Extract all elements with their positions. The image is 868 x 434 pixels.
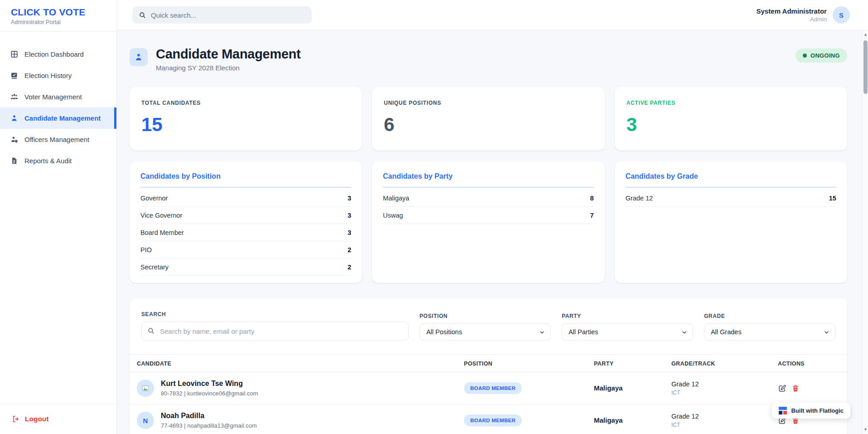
scroll-down-arrow-icon[interactable]: ▼ — [863, 428, 868, 432]
broken-image-icon — [141, 384, 149, 392]
breakdown-by-grade: Candidates by Grade Grade 12 15 — [615, 161, 847, 283]
breakdown-value: 3 — [347, 212, 351, 219]
breakdown-value: 2 — [347, 246, 351, 254]
filter-grade: GRADE All Grades — [704, 313, 835, 341]
page-header: Candidate Management Managing SY 2028 El… — [130, 47, 847, 72]
candidate-contact: 77-4693 | noahpadilla13@gmail.com — [161, 422, 257, 429]
position-badge: BOARD MEMBER — [464, 382, 522, 394]
delete-icon[interactable] — [791, 384, 800, 393]
table-header-row: CANDIDATE POSITION PARTY GRADE/TRACK ACT… — [130, 355, 847, 372]
quick-search-input[interactable] — [151, 11, 305, 19]
sidebar-item-election-dashboard[interactable]: Election Dashboard — [0, 44, 116, 65]
breakdown-label: PIO — [140, 246, 152, 254]
people-group-icon — [10, 93, 19, 101]
main-area: System Administrator Admin S Candidate M… — [117, 0, 868, 434]
track-value: ICT — [671, 422, 763, 428]
filter-party: PARTY All Parties — [562, 313, 693, 341]
breakdown-list: Grade 12 15 — [615, 188, 847, 207]
user-avatar[interactable]: S — [833, 6, 850, 24]
breakdown-list: Maligaya 8 Uswag 7 — [372, 188, 604, 224]
sidebar-item-candidate-management[interactable]: Candidate Management — [0, 107, 116, 129]
breakdown-value: 7 — [590, 212, 594, 219]
breakdown-title: Candidates by Position — [140, 172, 351, 188]
topbar: System Administrator Admin S — [117, 0, 868, 30]
track-value: ICT — [671, 390, 763, 396]
party-select[interactable]: All Parties — [562, 323, 693, 341]
breakdown-value: 8 — [590, 195, 594, 202]
page-title: Candidate Management — [156, 47, 301, 62]
page-subtitle: Managing SY 2028 Election — [156, 64, 301, 72]
stat-card-unique-positions: UNIQUE POSITIONS 6 — [372, 87, 604, 151]
table-row: Kurt Leovince Tse Wing 80-7832 | kurtleo… — [130, 372, 847, 405]
select-value: All Grades — [711, 328, 742, 336]
scroll-up-arrow-icon[interactable]: ▲ — [863, 33, 868, 37]
page-titles: Candidate Management Managing SY 2028 El… — [156, 47, 301, 72]
grade-select[interactable]: All Grades — [704, 323, 835, 341]
logout-button[interactable]: Logout — [12, 415, 105, 423]
position-badge: BOARD MEMBER — [464, 414, 522, 426]
sidebar-item-label: Candidate Management — [24, 114, 101, 122]
breakdown-item: PIO 2 — [140, 241, 351, 258]
flatlogic-label: Built with Flatlogic — [791, 407, 844, 414]
candidate-text: Noah Padilla 77-4693 | noahpadilla13@gma… — [161, 412, 257, 429]
logout-icon — [12, 415, 20, 423]
candidate-search-input[interactable] — [141, 322, 409, 341]
breakdown-label: Vice Governor — [140, 212, 182, 219]
search-icon — [139, 11, 146, 19]
sidebar-item-label: Election History — [24, 72, 72, 79]
breakdown-label: Maligaya — [383, 195, 409, 202]
sidebar-nav: Election Dashboard Election History Vote… — [0, 32, 116, 404]
row-actions — [778, 384, 840, 393]
breakdown-label: Secretary — [140, 263, 169, 271]
candidate-name: Noah Padilla — [161, 412, 257, 420]
filter-label: POSITION — [420, 313, 551, 319]
sidebar-item-label: Voter Management — [24, 93, 82, 101]
sidebar-item-label: Officers Management — [24, 136, 89, 143]
column-header-party: PARTY — [587, 355, 664, 372]
stat-label: UNIQUE POSITIONS — [384, 100, 593, 106]
grade-value: Grade 12 — [671, 413, 763, 420]
sidebar-item-election-history[interactable]: Election History — [0, 65, 116, 86]
breakdown-item: Grade 12 15 — [626, 190, 836, 207]
avatar — [137, 380, 154, 397]
user-name: System Administrator — [757, 7, 827, 15]
column-header-actions: ACTIONS — [771, 355, 847, 372]
column-header-grade-track: GRADE/TRACK — [664, 355, 771, 372]
table-row: N Noah Padilla 77-4693 | noahpadilla13@g… — [130, 405, 847, 434]
sidebar-item-officers-management[interactable]: Officers Management — [0, 129, 116, 150]
edit-icon[interactable] — [778, 384, 786, 393]
sidebar-item-label: Reports & Audit — [24, 157, 72, 165]
search-icon — [147, 327, 155, 335]
filter-label: SEARCH — [141, 311, 409, 317]
user-role: Admin — [757, 16, 827, 23]
sidebar-footer: Logout — [0, 404, 116, 434]
breakdown-value: 3 — [347, 229, 351, 236]
sidebar-item-reports-audit[interactable]: Reports & Audit — [0, 150, 116, 171]
avatar: N — [137, 412, 154, 429]
user-info: System Administrator Admin — [757, 7, 827, 23]
breakdown-title: Candidates by Party — [383, 172, 593, 188]
breakdown-label: Grade 12 — [626, 195, 653, 202]
stat-value: 15 — [141, 114, 350, 136]
breakdown-by-position: Candidates by Position Governor 3 Vice G… — [130, 161, 362, 283]
filters: SEARCH POSITION All Positions — [130, 298, 847, 354]
quick-search — [132, 6, 312, 24]
position-select[interactable]: All Positions — [420, 323, 551, 341]
sidebar-item-label: Election Dashboard — [24, 50, 84, 58]
vertical-scrollbar[interactable]: ▲ ▼ — [862, 30, 868, 434]
stat-label: ACTIVE PARTIES — [627, 100, 835, 106]
stats-row: TOTAL CANDIDATES 15 UNIQUE POSITIONS 6 A… — [130, 87, 847, 151]
ballot-check-icon — [10, 71, 19, 80]
candidate-page-icon — [130, 48, 148, 66]
brand-subtitle: Administrator Portal — [11, 19, 106, 25]
status-label: ONGOING — [810, 52, 840, 59]
sidebar-item-voter-management[interactable]: Voter Management — [0, 86, 116, 107]
brand-title: CLICK TO VOTE — [11, 7, 106, 18]
status-dot-icon — [803, 54, 807, 58]
candidates-table: CANDIDATE POSITION PARTY GRADE/TRACK ACT… — [130, 354, 847, 434]
built-with-flatlogic-badge[interactable]: Built with Flatlogic — [772, 403, 850, 419]
column-header-position: POSITION — [457, 355, 587, 372]
scrollbar-thumb[interactable] — [863, 40, 868, 94]
breakdown-value: 2 — [347, 263, 351, 271]
person-shield-icon — [10, 135, 19, 144]
